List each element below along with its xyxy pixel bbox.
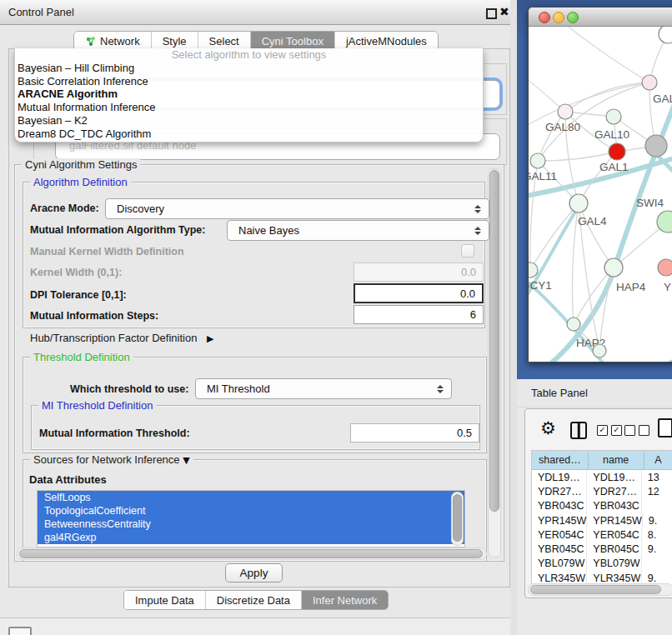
aracne-mode-combobox[interactable]: Discovery	[105, 198, 489, 219]
table-cell: YDR27…	[587, 484, 642, 498]
tab-network[interactable]: Network	[74, 32, 152, 50]
hub-definition-toggle[interactable]: Hub/Transcription Factor Definition ▶	[30, 332, 213, 344]
control-panel: Control Panel ✖ NetworkStyleSelectCyni T…	[0, 0, 510, 618]
combo-arrows-icon	[437, 385, 444, 393]
algorithm-option[interactable]: Basic Correlation Inference	[15, 75, 483, 88]
which-threshold-combobox[interactable]: MI Threshold	[195, 378, 452, 399]
table-row[interactable]: YDR27…YDR27…12	[532, 484, 672, 498]
data-attribute-item[interactable]: gal4RGexp	[38, 531, 464, 544]
table-row[interactable]: YBR045CYBR045C9.	[532, 542, 672, 556]
combo-arrows-icon	[474, 205, 481, 213]
manual-kernel-checkbox[interactable]	[461, 244, 474, 258]
network-node[interactable]	[567, 318, 580, 331]
settings-horizontal-scrollbar-thumb[interactable]	[19, 549, 483, 558]
minimize-traffic-light-icon[interactable]	[553, 12, 564, 23]
node-table[interactable]: shared…nameA YDL19…YDL19…13YDR27…YDR27…1…	[531, 450, 672, 586]
table-cell: 13	[642, 470, 672, 484]
kernel-width-field[interactable]: 0.0	[354, 262, 484, 282]
attributes-list-scrollbar[interactable]	[451, 492, 464, 546]
table-row[interactable]: YDL19…YDL19…13	[532, 470, 672, 484]
table-cell: YPR145W	[532, 513, 587, 528]
file-icon[interactable]	[658, 418, 672, 438]
network-node[interactable]	[604, 258, 623, 277]
dpi-tolerance-field[interactable]: 0.0	[354, 283, 484, 303]
splitpane-divider[interactable]	[510, 0, 517, 635]
network-node[interactable]	[606, 109, 621, 124]
network-node[interactable]	[529, 262, 538, 278]
network-node[interactable]	[569, 194, 588, 212]
table-horizontal-scrollbar[interactable]	[528, 583, 672, 596]
settings-horizontal-scrollbar[interactable]	[17, 548, 487, 560]
algorithm-option[interactable]: Mutual Information Inference	[15, 101, 483, 114]
which-threshold-value: MI Threshold	[207, 382, 270, 395]
bottom-tab-discretize-data[interactable]: Discretize Data	[206, 591, 302, 609]
attributes-list-scrollbar-thumb[interactable]	[453, 494, 462, 542]
settings-vertical-scrollbar-thumb[interactable]	[489, 170, 499, 512]
table-cell: 9.	[643, 513, 672, 528]
network-node[interactable]	[645, 135, 667, 157]
unchecked-columns-icon[interactable]	[624, 425, 649, 436]
close-traffic-light-icon[interactable]	[539, 12, 550, 23]
table-horizontal-scrollbar-thumb[interactable]	[530, 585, 661, 594]
table-column-header[interactable]: A	[644, 451, 672, 469]
data-attribute-item[interactable]: TopologicalCoefficient	[38, 504, 464, 518]
tab-select[interactable]: Select	[198, 32, 251, 50]
control-panel-titlebar[interactable]: Control Panel ✖	[0, 0, 510, 25]
settings-vertical-scrollbar[interactable]	[488, 168, 501, 558]
bottom-tab-bar-wrap: Impute DataDiscretize DataInfer Network	[123, 590, 389, 610]
table-cell: YDL19…	[587, 470, 642, 484]
network-node[interactable]	[609, 143, 625, 160]
algorithm-option[interactable]: ARACNE Algorithm	[15, 88, 483, 101]
algorithm-option[interactable]: Bayesian – K2	[15, 114, 483, 128]
table-column-header[interactable]: name	[589, 451, 644, 469]
mi-steps-field[interactable]: 6	[354, 305, 484, 324]
network-node[interactable]	[593, 344, 606, 358]
network-view-window[interactable]: GALGAL80GAL10GAL1GAL11SWI4GAL4GCY1HAP4YH…	[528, 7, 672, 362]
float-window-icon[interactable]	[486, 8, 497, 19]
algorithm-option[interactable]: Bayesian – Hill Climbing	[15, 62, 483, 75]
network-node-label: GAL10	[594, 128, 629, 141]
cyni-algorithm-settings-label: Cyni Algorithm Settings	[22, 158, 140, 171]
mi-threshold-field[interactable]: 0.5	[350, 423, 479, 442]
network-node[interactable]	[642, 75, 657, 90]
apply-button[interactable]: Apply	[225, 563, 283, 582]
table-row[interactable]: YBR043CYBR043C	[532, 499, 672, 513]
table-row[interactable]: YBL079WYBL079W	[532, 557, 672, 571]
tab-jactivemnodules[interactable]: jActiveMNodules	[335, 32, 438, 50]
mi-steps-label: Mutual Information Steps:	[30, 310, 158, 322]
algorithm-option[interactable]: Dream8 DC_TDC Algorithm	[15, 128, 483, 141]
gear-icon[interactable]: ⚙	[540, 418, 556, 438]
table-cell: YBR043C	[587, 499, 642, 513]
table-cell: YBL079W	[532, 557, 587, 571]
columns-icon[interactable]	[570, 422, 587, 439]
sources-label: Sources for Network Inference ▼	[30, 453, 193, 466]
mi-type-combobox[interactable]: Naive Bayes	[227, 220, 489, 241]
network-node[interactable]	[558, 104, 573, 119]
data-attributes-list[interactable]: SelfLoopsTopologicalCoefficientBetweenne…	[37, 490, 465, 548]
algorithm-definition-label: Algorithm Definition	[30, 176, 131, 188]
bottom-tab-impute-data[interactable]: Impute Data	[124, 591, 206, 609]
tab-cyni-toolbox[interactable]: Cyni Toolbox	[251, 32, 335, 50]
network-canvas[interactable]: GALGAL80GAL10GAL1GAL11SWI4GAL4GCY1HAP4YH…	[529, 27, 672, 362]
data-attribute-item[interactable]: BetweennessCentrality	[38, 518, 464, 531]
bottom-tab-infer-network[interactable]: Infer Network	[302, 591, 388, 609]
tab-style[interactable]: Style	[152, 32, 198, 50]
network-icon	[85, 36, 96, 47]
table-row[interactable]: YER054CYER054C8.	[532, 528, 672, 542]
kernel-width-label: Kernel Width (0,1):	[30, 267, 122, 278]
zoom-traffic-light-icon[interactable]	[567, 12, 579, 23]
network-window-titlebar[interactable]	[529, 8, 672, 27]
table-row[interactable]: YPR145WYPR145W9.	[532, 513, 672, 528]
minimized-panel-icon[interactable]	[8, 627, 32, 635]
network-node-label: GAL4	[578, 215, 607, 228]
network-edge	[530, 203, 579, 270]
close-icon[interactable]: ✖	[499, 5, 509, 18]
network-node[interactable]	[659, 27, 672, 43]
aracne-mode-label: Aracne Mode:	[30, 202, 99, 214]
checked-columns-icon[interactable]: ✓ ✓	[597, 425, 622, 436]
network-node[interactable]	[658, 259, 672, 276]
data-attribute-item[interactable]: SelfLoops	[38, 491, 464, 504]
network-node[interactable]	[530, 153, 545, 168]
table-column-header[interactable]: shared…	[532, 451, 589, 469]
table-cell: YBL079W	[587, 557, 642, 571]
